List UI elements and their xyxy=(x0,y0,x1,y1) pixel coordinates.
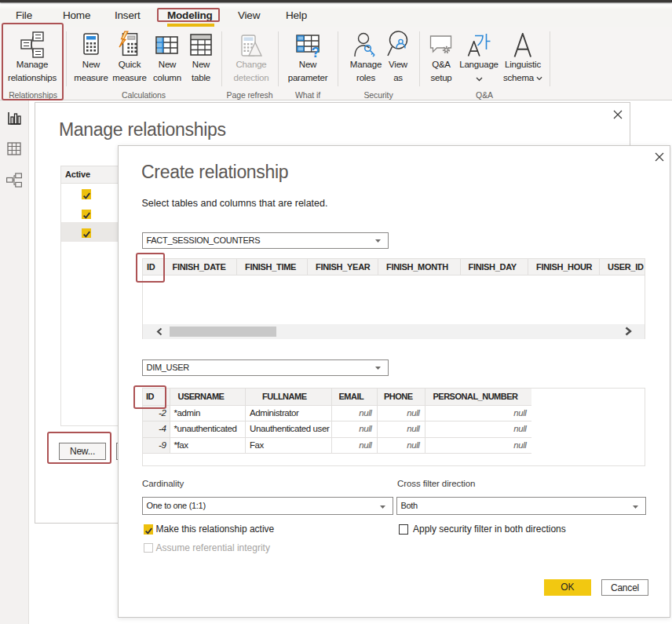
svg-text:?: ? xyxy=(312,45,320,58)
